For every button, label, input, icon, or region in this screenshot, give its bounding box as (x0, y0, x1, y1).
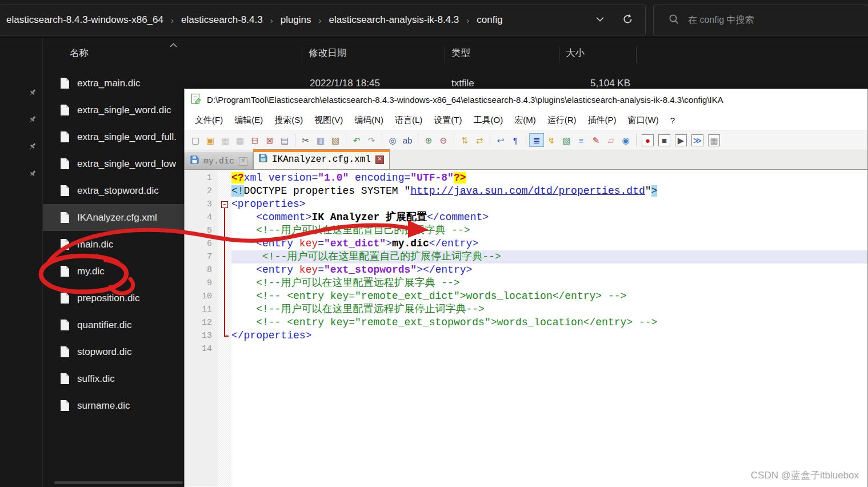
close-tab-icon[interactable]: × (239, 157, 247, 166)
menu-设置t[interactable]: 设置(T) (428, 113, 467, 128)
fold-margin-cell (218, 264, 231, 277)
code-line-7[interactable]: <!--用户可以在这里配置自己的扩展停止词字典--> (231, 250, 867, 264)
close-all-docs-icon[interactable]: ⊠ (262, 133, 277, 147)
breadcrumb-item[interactable]: elasticsearch-8.4.3-windows-x86_64 (6, 14, 163, 26)
breadcrumb-item[interactable]: plugins (281, 14, 311, 26)
code-line-4[interactable]: <comment>IK Analyzer 扩展配置</comment> (231, 211, 867, 224)
titlebar[interactable]: D:\ProgramTool\Elasticsearch\elasticsear… (185, 89, 867, 110)
code-line-10[interactable]: <!-- <entry key="remote_ext_dict">words_… (231, 290, 867, 303)
copy-icon[interactable]: ▥ (313, 133, 328, 147)
saved-file-icon (259, 154, 267, 165)
file-icon (60, 158, 70, 170)
code-editor[interactable]: 1234567891011121314 − <?xml version="1.0… (185, 170, 867, 486)
address-bar[interactable]: elasticsearch-8.4.3-windows-x86_64›elast… (0, 5, 646, 35)
code-line-14[interactable] (231, 342, 867, 356)
redo-icon[interactable]: ↷ (364, 133, 379, 147)
code-line-5[interactable]: <!--用户可以在这里配置自己的扩展字典 --> (231, 224, 867, 237)
search-box[interactable]: 在 config 中搜索 (653, 5, 868, 35)
pilcrow-icon[interactable]: ¶ (508, 133, 523, 147)
menu-宏m[interactable]: 宏(M) (509, 113, 542, 128)
breadcrumb-item[interactable]: elasticsearch-8.4.3 (181, 14, 263, 26)
menu-插件p[interactable]: 插件(P) (582, 113, 622, 128)
fold-margin-cell (218, 329, 231, 342)
menu-编码n[interactable]: 编码(N) (349, 113, 389, 128)
code-line-12[interactable]: <!-- <entry key="remote_ext_stopwords">w… (231, 316, 867, 329)
tab-ikanalyzer-cfg-xml[interactable]: IKAnalyzer.cfg.xml × (253, 149, 390, 169)
fold-margin-cell (218, 224, 231, 237)
file-date: 2022/1/18 18:45 (310, 78, 380, 89)
tab-label: IKAnalyzer.cfg.xml (272, 154, 371, 165)
sync-scroll-h-icon[interactable]: ⇄ (472, 133, 487, 147)
fold-margin-cell (218, 316, 231, 329)
fold-collapse-icon[interactable]: − (218, 198, 231, 211)
tab-my-dic[interactable]: my.dic × (185, 153, 253, 169)
file-name: extra_single_word_low (77, 158, 176, 170)
file-name: extra_main.dic (77, 78, 141, 89)
zoom-in-icon[interactable]: ⊕ (421, 133, 436, 147)
column-header-name[interactable]: 名称 (70, 47, 89, 59)
code-line-3[interactable]: <properties> (231, 198, 867, 211)
menu-编辑e[interactable]: 编辑(E) (229, 113, 269, 128)
edit-pen-icon[interactable]: ✎ (589, 133, 603, 147)
replace-icon[interactable]: ab (400, 133, 415, 147)
menu-搜索s[interactable]: 搜索(S) (269, 113, 309, 128)
menu-语言l[interactable]: 语言(L) (389, 113, 428, 128)
line-number: 9 (185, 277, 218, 290)
view-monitor-icon[interactable]: ◉ (618, 133, 633, 147)
column-header-type[interactable]: 类型 (451, 47, 470, 59)
menu-文件f[interactable]: 文件(F) (189, 113, 229, 128)
zoom-out-icon[interactable]: ⊖ (436, 133, 451, 147)
close-tab-icon[interactable]: × (375, 155, 384, 164)
undo-icon[interactable]: ↶ (349, 133, 364, 147)
file-name: my.dic (77, 266, 105, 277)
save-icon[interactable]: ▦ (218, 133, 233, 147)
menu-视图v[interactable]: 视图(V) (309, 113, 349, 128)
macro-run-multiple-icon[interactable]: ≫ (691, 134, 703, 146)
macro-record-icon[interactable]: ● (642, 134, 654, 146)
fold-margin[interactable]: − (218, 170, 231, 486)
cut-icon[interactable]: ✂ (298, 133, 313, 147)
print-icon[interactable]: ▤ (277, 133, 292, 147)
code-text-area[interactable]: <?xml version="1.0" encoding="UTF-8"?><!… (231, 170, 867, 486)
line-number: 2 (185, 185, 218, 198)
code-line-8[interactable]: <entry key="ext_stopwords"></entry> (231, 264, 867, 277)
indent-guide-icon[interactable]: ↯ (544, 133, 559, 147)
code-line-2[interactable]: <!DOCTYPE properties SYSTEM "http://java… (231, 185, 867, 198)
sort-ascending-icon[interactable] (169, 40, 178, 50)
menu-工具o[interactable]: 工具(O) (467, 113, 509, 128)
column-header-size[interactable]: 大小 (566, 47, 585, 59)
horizontal-scrollbar[interactable] (54, 481, 183, 484)
file-name: extra_single_word_full. (77, 131, 177, 143)
notepad-plus-plus-window: D:\ProgramTool\Elasticsearch\elasticsear… (184, 89, 868, 487)
macro-play-icon[interactable]: ▶ (675, 134, 687, 146)
menu-[interactable]: ? (665, 113, 681, 127)
menu-运行r[interactable]: 运行(R) (542, 113, 582, 128)
sync-scroll-v-icon[interactable]: ⇅ (457, 133, 472, 147)
paste-icon[interactable]: ▧ (328, 133, 343, 147)
close-doc-icon[interactable]: ⊟ (247, 133, 262, 147)
column-header-date[interactable]: 修改日期 (309, 47, 346, 59)
code-line-13[interactable]: </properties> (231, 329, 867, 342)
open-folder-icon[interactable]: ▣ (203, 133, 218, 147)
find-icon[interactable]: ◎ (385, 133, 400, 147)
code-line-1[interactable]: <?xml version="1.0" encoding="UTF-8"?> (231, 171, 867, 185)
code-line-6[interactable]: <entry key="ext_dict">my.dic</entry> (231, 237, 867, 250)
breadcrumb-item[interactable]: config (477, 14, 502, 26)
file-name: surname.dic (77, 400, 130, 412)
project-panel-icon[interactable]: ▱ (603, 133, 618, 147)
save-all-icon[interactable]: ▩ (233, 133, 247, 147)
doc-map-icon[interactable]: ▧ (559, 133, 574, 147)
macro-save-icon[interactable]: ▦ (708, 134, 720, 146)
word-wrap-icon[interactable]: ↩ (493, 133, 508, 147)
file-icon (60, 373, 70, 385)
code-line-9[interactable]: <!--用户可以在这里配置远程扩展字典 --> (231, 277, 867, 290)
macro-stop-icon[interactable]: ■ (658, 134, 670, 146)
refresh-icon[interactable] (622, 13, 634, 27)
show-all-chars-icon[interactable]: ≣ (529, 133, 544, 147)
breadcrumb-item[interactable]: elasticsearch-analysis-ik-8.4.3 (329, 14, 459, 26)
code-line-11[interactable]: <!--用户可以在这里配置远程扩展停止词字典--> (231, 303, 867, 316)
address-dropdown-icon[interactable] (595, 15, 605, 25)
menu-窗口w[interactable]: 窗口(W) (622, 113, 664, 128)
function-list-icon[interactable]: ≡ (574, 133, 589, 147)
new-file-icon[interactable]: ▢ (188, 133, 203, 147)
